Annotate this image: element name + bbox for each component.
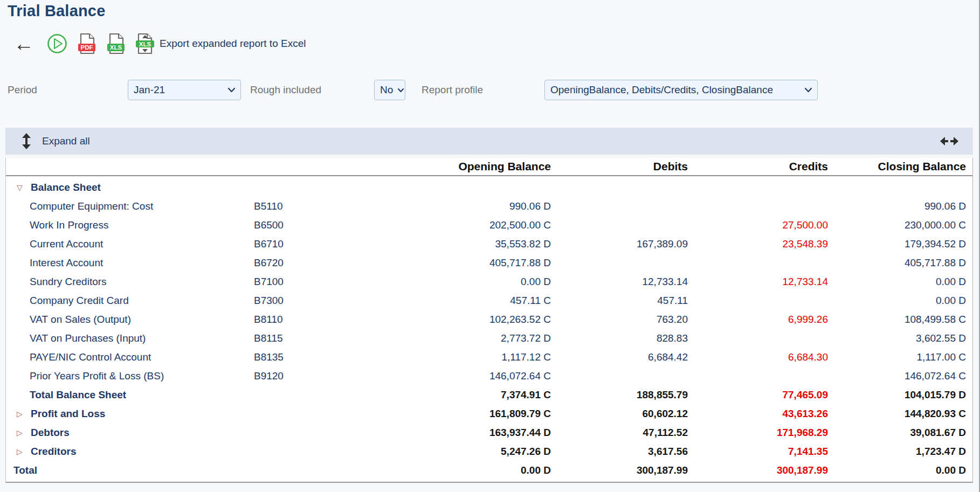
rough-included-value: No (380, 84, 393, 96)
export-xls-icon[interactable]: XLS (106, 32, 126, 55)
table-row: VAT on Purchases (Input)B81152,773.72 D8… (6, 329, 972, 348)
expand-all-label: Expand all (42, 135, 90, 147)
opening-balance-value: 0.00 D (313, 276, 551, 288)
account-code: B8115 (249, 332, 313, 344)
table-row: Total0.00 D300,187.99300,187.990.00 D (6, 461, 972, 480)
chevron-down-icon (227, 87, 236, 93)
opening-balance-value: 7,374.91 C (313, 389, 551, 401)
opening-balance-value: 161,809.79 C (313, 408, 551, 420)
expand-triangle-icon[interactable]: ▷ (17, 428, 31, 437)
account-name-cell[interactable]: ▷Creditors (6, 446, 249, 458)
table-row: Prior Years Profit & Loss (BS)B9120146,0… (6, 366, 972, 385)
credits-value: 43,613.26 (688, 408, 828, 420)
opening-balance-value: 163,937.44 D (313, 427, 551, 439)
trial-balance-page: Trial Balance ← PDF XLS (0, 0, 980, 492)
xls-file-icon: XLS (106, 32, 126, 55)
account-name: PAYE/NIC Control Account (30, 351, 151, 363)
opening-balance-value: 0.00 D (313, 465, 551, 476)
period-select[interactable]: Jan-21 (128, 80, 241, 100)
account-code: B7100 (249, 276, 313, 288)
export-pdf-icon[interactable]: PDF (77, 32, 97, 55)
xls-expand-file-icon: XLS (134, 32, 155, 56)
debits-value: 60,602.12 (551, 408, 688, 420)
account-name-cell: VAT on Sales (Output) (6, 314, 249, 325)
closing-balance-value: 144,820.93 C (828, 408, 972, 420)
closing-balance-value: 990.06 D (828, 200, 972, 212)
account-name-cell: Company Credit Card (6, 295, 249, 307)
account-name-cell: VAT on Purchases (Input) (6, 332, 249, 344)
account-code: B6720 (249, 257, 313, 269)
account-name-cell: PAYE/NIC Control Account (6, 351, 249, 363)
closing-balance-value: 1,723.47 D (828, 446, 972, 458)
credits-value: 23,548.39 (688, 238, 828, 250)
collapse-triangle-icon[interactable]: ▽ (17, 183, 31, 192)
table-row: ▷Debtors163,937.44 D47,112.52171,968.293… (6, 423, 972, 442)
opening-balance-value: 990.06 D (313, 200, 551, 212)
opening-balance-value: 35,553.82 D (313, 238, 551, 250)
closing-balance-header: Closing Balance (828, 160, 972, 173)
chevron-down-icon (804, 87, 812, 93)
svg-text:XLS: XLS (110, 44, 122, 51)
opening-balance-value: 1,117.12 C (313, 351, 551, 363)
filter-bar: Period Jan-21 Rough included No Report p… (0, 80, 980, 100)
run-report-icon[interactable] (46, 33, 68, 54)
report-profile-label: Report profile (422, 80, 483, 100)
debits-header: Debits (551, 160, 688, 173)
debits-value: 300,187.99 (551, 465, 688, 476)
pdf-file-icon: PDF (77, 32, 97, 55)
table-row: Current AccountB671035,553.82 D167,389.0… (6, 234, 972, 253)
closing-balance-value: 1,117.00 C (828, 351, 972, 363)
account-name: Interest Account (30, 257, 103, 269)
account-name-cell[interactable]: ▷Profit and Loss (6, 408, 249, 420)
closing-balance-value: 0.00 D (828, 465, 972, 476)
credits-value: 27,500.00 (688, 219, 828, 231)
debits-value: 12,733.14 (551, 276, 688, 288)
credits-value: 300,187.99 (688, 465, 828, 476)
svg-text:PDF: PDF (81, 44, 93, 51)
table-row: Company Credit CardB7300457.11 C457.110.… (6, 291, 972, 310)
trial-balance-table: Opening Balance Debits Credits Closing B… (5, 158, 973, 483)
export-expanded-xls-icon[interactable]: XLS (134, 32, 155, 56)
period-value: Jan-21 (134, 84, 165, 96)
credits-value: 171,968.29 (688, 427, 828, 439)
account-name: Profit and Loss (31, 408, 105, 420)
debits-value: 828.83 (551, 332, 688, 344)
account-name-cell: Computer Equipment: Cost (6, 200, 249, 212)
horizontal-arrows-icon (940, 135, 959, 148)
export-expanded-label: Export expanded report to Excel (160, 38, 306, 50)
table-row: ▷Profit and Loss161,809.79 C60,602.1243,… (6, 404, 972, 423)
expand-triangle-icon[interactable]: ▷ (17, 447, 31, 456)
fit-column-width-button[interactable] (940, 135, 959, 150)
report-profile-select[interactable]: OpeningBalance, Debits/Credits, ClosingB… (544, 80, 818, 100)
back-arrow-icon[interactable]: ← (13, 33, 34, 54)
rough-included-select[interactable]: No (374, 80, 405, 100)
closing-balance-value: 39,081.67 D (828, 427, 972, 439)
account-name-cell[interactable]: ▽Balance Sheet (6, 182, 249, 193)
account-code: B6500 (249, 219, 313, 231)
chevron-down-icon (397, 88, 404, 93)
debits-value: 167,389.09 (551, 238, 688, 250)
debits-value: 47,112.52 (551, 427, 688, 439)
account-name: Prior Years Profit & Loss (BS) (30, 370, 164, 382)
table-row: Interest AccountB6720405,717.88 D405,717… (6, 253, 972, 272)
svg-text:XLS: XLS (139, 41, 151, 47)
table-row: Total Balance Sheet7,374.91 C188,855.797… (6, 385, 972, 404)
account-name-cell[interactable]: ▷Debtors (6, 427, 249, 439)
expand-all-button[interactable]: Expand all (19, 133, 90, 150)
account-name: VAT on Sales (Output) (30, 314, 131, 325)
account-name-cell: Total (6, 465, 249, 476)
account-name: Creditors (31, 446, 76, 458)
table-row: Computer Equipment: CostB5110990.06 D990… (6, 197, 972, 216)
report-profile-value: OpeningBalance, Debits/Credits, ClosingB… (550, 84, 773, 96)
table-row: PAYE/NIC Control AccountB81351,117.12 C6… (6, 348, 972, 366)
closing-balance-value: 0.00 D (828, 295, 972, 307)
account-code: B7300 (249, 295, 313, 307)
rough-included-label: Rough included (250, 80, 321, 100)
opening-balance-value: 2,773.72 D (313, 332, 551, 344)
table-body: ▽Balance SheetComputer Equipment: CostB5… (6, 176, 972, 480)
opening-balance-value: 146,072.64 C (313, 370, 551, 382)
expand-triangle-icon[interactable]: ▷ (17, 410, 31, 418)
closing-balance-value: 3,602.55 D (828, 332, 972, 344)
credits-value: 6,999.26 (688, 314, 828, 325)
table-row: VAT on Sales (Output)B8110102,263.52 C76… (6, 310, 972, 329)
